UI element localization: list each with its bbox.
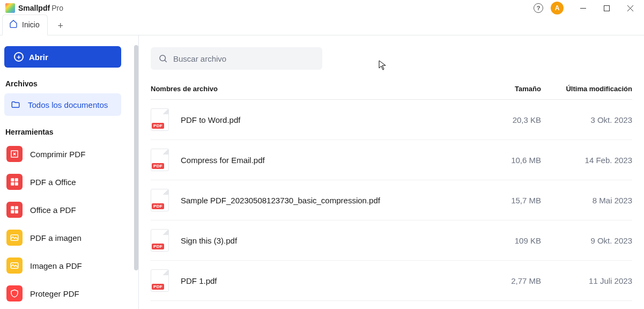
tab-label: Inicio — [22, 20, 40, 29]
sidebar-item-label: Todos los documentos — [28, 100, 108, 109]
tool-protect-pdf[interactable]: Proteger PDF — [4, 281, 134, 306]
tool-label: PDF a Office — [30, 178, 76, 187]
shield-icon — [6, 285, 23, 301]
archives-section-title: Archivos — [5, 79, 134, 88]
file-name: PDF to Word.pdf — [181, 115, 487, 124]
table-row[interactable]: PDFCompress for Email.pdf10,6 MB14 Feb. … — [151, 140, 632, 180]
file-size: 20,3 KB — [487, 115, 552, 124]
minimize-button[interactable] — [571, 0, 595, 16]
pdf-file-icon: PDF — [151, 229, 169, 252]
table-row[interactable]: PDFSign this (3).pdf109 KB9 Okt. 2023 — [151, 220, 632, 261]
svg-rect-12 — [15, 210, 18, 214]
open-button[interactable]: + Abrir — [4, 46, 121, 68]
main-panel: Nombres de archivo Tamaño Última modific… — [138, 35, 644, 309]
file-size: 109 KB — [487, 236, 552, 245]
table-header: Nombres de archivo Tamaño Última modific… — [151, 70, 632, 100]
table-row[interactable]: PDFPDF 1.pdf2,77 MB11 Juli 2023 — [151, 261, 632, 301]
pdf-file-icon: PDF — [151, 108, 169, 131]
tool-label: Comprimir PDF — [30, 150, 85, 159]
table-row[interactable]: PDFSample PDF_20230508123730_basic_compr… — [151, 180, 632, 220]
tool-pdf-to-office[interactable]: PDF a Office — [4, 170, 134, 194]
new-tab-button[interactable]: + — [53, 20, 68, 35]
pdf-to-office-icon — [6, 174, 23, 190]
tabbar: Inicio + — [0, 16, 644, 35]
file-size: 2,77 MB — [487, 276, 552, 285]
sidebar: + Abrir Archivos Todos los documentos He… — [0, 35, 138, 309]
search-icon — [158, 54, 168, 63]
file-size: 15,7 MB — [487, 196, 552, 205]
compress-icon — [6, 146, 23, 162]
table-row[interactable]: PDFPDF to Word.pdf20,3 KB3 Okt. 2023 — [151, 100, 632, 140]
header-filename[interactable]: Nombres de archivo — [151, 85, 487, 93]
file-name: Sign this (3).pdf — [181, 236, 487, 245]
sidebar-item-all-documents[interactable]: Todos los documentos — [4, 93, 121, 116]
plus-circle-icon: + — [14, 52, 24, 62]
search-input[interactable] — [173, 54, 315, 63]
tool-image-to-pdf[interactable]: Imagen a PDF — [4, 253, 134, 278]
file-date: 3 Okt. 2023 — [552, 115, 632, 124]
help-icon[interactable]: ? — [534, 3, 543, 13]
office-to-pdf-icon — [6, 202, 23, 218]
tool-compress-pdf[interactable]: Comprimir PDF — [4, 142, 134, 166]
app-logo-icon — [5, 3, 15, 13]
file-date: 11 Juli 2023 — [552, 276, 632, 285]
svg-point-16 — [160, 55, 166, 61]
image-icon — [6, 230, 23, 246]
svg-line-17 — [165, 60, 167, 62]
file-size: 10,6 MB — [487, 156, 552, 165]
file-date: 14 Feb. 2023 — [552, 156, 632, 165]
titlebar: Smallpdf Pro ? A — [0, 0, 644, 16]
tool-label: Proteger PDF — [30, 289, 79, 298]
search-box[interactable] — [151, 47, 322, 70]
tool-label: Imagen a PDF — [30, 261, 82, 270]
tool-label: PDF a imagen — [30, 233, 82, 242]
svg-rect-1 — [604, 5, 609, 11]
svg-rect-6 — [15, 178, 18, 181]
open-label: Abrir — [29, 53, 48, 62]
tool-pdf-to-image[interactable]: PDF a imagen — [4, 225, 134, 250]
scrollbar-thumb[interactable] — [134, 45, 138, 270]
app-tier: Pro — [51, 4, 63, 12]
header-size[interactable]: Tamaño — [487, 85, 552, 93]
file-date: 9 Okt. 2023 — [552, 236, 632, 245]
svg-rect-5 — [11, 178, 14, 181]
app-name: Smallpdf — [18, 4, 50, 12]
image-icon — [6, 258, 23, 274]
pdf-file-icon: PDF — [151, 149, 169, 171]
close-button[interactable] — [618, 0, 642, 16]
svg-rect-8 — [15, 182, 18, 186]
svg-rect-9 — [11, 206, 14, 209]
home-icon — [9, 19, 18, 30]
svg-rect-10 — [15, 206, 18, 209]
file-date: 8 Mai 2023 — [552, 196, 632, 205]
pdf-file-icon: PDF — [151, 189, 169, 211]
tools-section-title: Herramientas — [5, 128, 134, 136]
pdf-file-icon: PDF — [151, 269, 169, 292]
folder-icon — [11, 100, 20, 109]
svg-rect-7 — [11, 182, 14, 186]
tool-label: Office a PDF — [30, 205, 76, 215]
header-date[interactable]: Última modificación — [552, 85, 632, 93]
file-name: Compress for Email.pdf — [181, 156, 487, 165]
file-name: Sample PDF_20230508123730_basic_compress… — [181, 196, 487, 205]
file-name: PDF 1.pdf — [181, 276, 487, 285]
tool-office-to-pdf[interactable]: Office a PDF — [4, 197, 134, 222]
svg-rect-11 — [11, 210, 14, 214]
maximize-button[interactable] — [595, 0, 618, 16]
tab-home[interactable]: Inicio — [2, 14, 48, 35]
avatar[interactable]: A — [551, 2, 564, 14]
